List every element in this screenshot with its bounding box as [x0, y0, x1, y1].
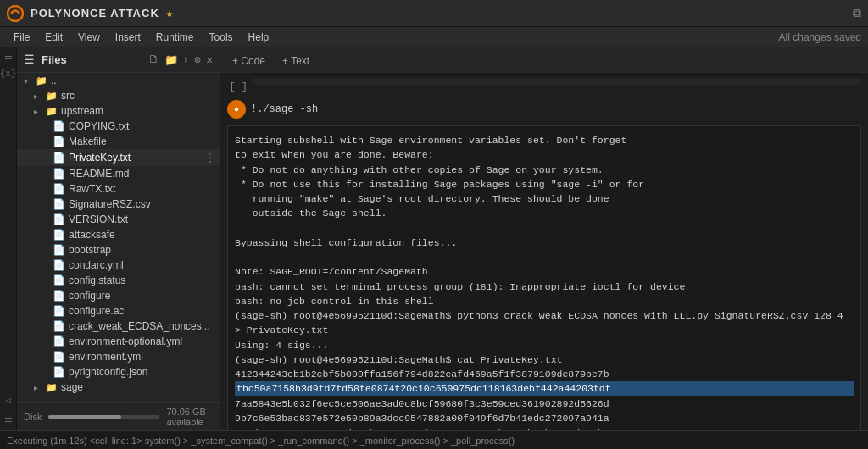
disk-usage-bar [48, 415, 159, 419]
tree-item-src[interactable]: ▸ 📁 src [17, 88, 220, 103]
tree-item-configure-ac[interactable]: 📄 configure.ac [17, 303, 220, 319]
editor-tabs: + Code + Text [220, 47, 868, 75]
tree-item-pyrightconfig[interactable]: 📄 pyrightconfig.json [17, 364, 220, 380]
tree-item-privatekey[interactable]: 📄 PrivateKey.txt ⋮ [17, 149, 220, 166]
terminal-line-18: 9b7c6e53bac837e572e50b89a3dcc9547882a00f… [235, 411, 854, 425]
terminal-line-4: running "make" at Sage's root directory.… [235, 191, 854, 206]
menu-item-view[interactable]: View [71, 30, 107, 45]
menu-item-file[interactable]: File [7, 30, 36, 45]
terminal-line-10: bash: cannot set terminal process group … [235, 280, 854, 294]
terminal-line-14: (sage-sh) root@4e569952110d:SageMath$ ca… [235, 352, 854, 367]
rail-menu-icon[interactable]: ☰ [4, 416, 13, 427]
statusbar: Executing (1m 12s) <cell line: 1> system… [0, 430, 868, 449]
sidebar-bottom: Disk 70.06 GB available [17, 402, 220, 430]
terminal-line-17: 7aa5843e5b032f6ec5ce506ae3ad0c8bcf59680f… [235, 396, 854, 411]
cell-empty-top: [ ] [220, 75, 868, 97]
menu-item-runtime[interactable]: Runtime [149, 30, 201, 45]
rail-variables-icon[interactable]: {x} [0, 69, 16, 79]
tree-item-crack[interactable]: 📄 crack_weak_ECDSA_nonces... [17, 319, 220, 334]
svg-point-0 [8, 6, 23, 21]
rail-arrow-icon[interactable]: ◁ [5, 395, 11, 406]
tree-item-version[interactable]: 📄 VERSION.txt [17, 212, 220, 227]
disk-label: Disk [24, 412, 42, 422]
tree-item-rawtx[interactable]: 📄 RawTX.txt [17, 181, 220, 197]
star-icon: ★ [166, 6, 173, 20]
terminal-line-9: Note: SAGE_ROOT=/content/SageMath [235, 264, 854, 279]
terminal-line-6 [235, 221, 854, 236]
new-folder-icon[interactable]: 📁 [164, 53, 178, 67]
cell-content-top[interactable] [253, 78, 861, 85]
tree-item-configure[interactable]: 📄 configure [17, 288, 220, 303]
tree-item-dotdot[interactable]: ▾ 📁 .. [17, 73, 220, 88]
menu-item-tools[interactable]: Tools [203, 30, 240, 45]
tree-item-signaturersz[interactable]: 📄 SignatureRSZ.csv [17, 197, 220, 212]
terminal-line-8 [235, 250, 854, 264]
tree-item-makefile[interactable]: 📄 Makefile [17, 134, 220, 149]
sidebar: ☰ Files 🗋 📁 ⬆ ⊗ ✕ ▾ 📁 .. ▸ 📁 src [17, 47, 220, 430]
menu-item-help[interactable]: Help [242, 30, 276, 45]
shell-cmd-text: !./sage -sh [251, 103, 318, 115]
notebook-content: [ ] ● !./sage -sh Starting subshell with… [220, 75, 868, 430]
menu-item-insert[interactable]: Insert [108, 30, 147, 45]
sidebar-header: ☰ Files 🗋 📁 ⬆ ⊗ ✕ [17, 47, 220, 73]
disk-available: 70.06 GB available [166, 407, 213, 427]
tab-text[interactable]: + Text [277, 53, 314, 69]
sidebar-hamburger-icon[interactable]: ☰ [24, 53, 35, 67]
menu-item-edit[interactable]: Edit [38, 30, 70, 45]
tree-item-attacksafe[interactable]: 📄 attacksafe [17, 227, 220, 242]
shell-cell: ● !./sage -sh [220, 97, 868, 122]
cell-bracket-top: [ ] [227, 78, 253, 93]
terminal-line-2: * Do not do anything with other copies o… [235, 163, 854, 177]
terminal-line-12: (sage-sh) root@4e569952110d:SageMath$ py… [235, 308, 854, 338]
terminal-line-highlighted: fbc50a7158b3d9fd7fd58fe0874f20c10c650975… [235, 381, 854, 396]
tree-item-bootstrap[interactable]: 📄 bootstrap [17, 242, 220, 258]
file-context-menu-icon[interactable]: ⋮ [204, 151, 216, 164]
sidebar-title: Files [42, 53, 67, 66]
terminal-line-0: Starting subshell with Sage environment … [235, 133, 854, 147]
tree-item-copying[interactable]: 📄 COPYING.txt [17, 119, 220, 134]
shell-avatar: ● [227, 100, 246, 119]
tree-item-env[interactable]: 📄 environment.yml [17, 349, 220, 364]
terminal-output: Starting subshell with Sage environment … [227, 125, 861, 430]
refresh-icon[interactable]: ⊗ [194, 53, 201, 67]
tree-item-readme[interactable]: 📄 README.md [17, 166, 220, 181]
terminal-line-19: 3c0d348a74600ca3084dc68b1e423d6ed2ea236c… [235, 425, 854, 430]
titlebar: POLYNONCE ATTACK ★ ⧉ [0, 0, 868, 27]
terminal-line-3: * Do not use this for installing Sage pa… [235, 177, 854, 191]
terminal-line-15: 412344243cb1b2cbf5b000ffa156f794d822eafd… [235, 367, 854, 381]
maximize-icon[interactable]: ⧉ [853, 7, 861, 20]
main-layout: ☰ {x} ◁ ☰ ☰ Files 🗋 📁 ⬆ ⊗ ✕ ▾ 📁 .. [0, 47, 868, 430]
rail-hamburger-icon[interactable]: ☰ [4, 51, 13, 62]
tree-item-upstream[interactable]: ▸ 📁 upstream [17, 103, 220, 119]
tab-code[interactable]: + Code [227, 53, 270, 69]
menubar: File Edit View Insert Runtime Tools Help… [0, 27, 868, 47]
disk-bar-fill [48, 415, 120, 419]
tree-item-configstatus[interactable]: 📄 config.status [17, 273, 220, 288]
terminal-line-13: Using: 4 sigs... [235, 338, 854, 352]
tree-item-condarc[interactable]: 📄 condarc.yml [17, 258, 220, 273]
new-file-icon[interactable]: 🗋 [148, 53, 159, 67]
tree-item-sage[interactable]: ▸ 📁 sage [17, 380, 220, 395]
tree-item-env-optional[interactable]: 📄 environment-optional.yml [17, 334, 220, 349]
app-title: POLYNONCE ATTACK [31, 7, 159, 19]
file-tree: ▾ 📁 .. ▸ 📁 src ▸ 📁 upstream 📄 COPYING.tx… [17, 73, 220, 402]
terminal-line-11: bash: no job control in this shell [235, 294, 854, 308]
terminal-line-5: outside the Sage shell. [235, 206, 854, 220]
terminal-line-7: Bypassing shell configuration files... [235, 236, 854, 250]
status-text: Executing (1m 12s) <cell line: 1> system… [7, 435, 515, 446]
editor-area: + Code + Text [ ] ● !./sage -sh Starting… [220, 47, 868, 430]
upload-icon[interactable]: ⬆ [183, 53, 190, 67]
terminal-line-1: to exit when you are done. Beware: [235, 147, 854, 162]
saved-status: All changes saved [779, 31, 861, 43]
left-rail: ☰ {x} ◁ ☰ [0, 47, 17, 430]
logo-icon [7, 5, 24, 22]
close-sidebar-icon[interactable]: ✕ [206, 53, 213, 67]
